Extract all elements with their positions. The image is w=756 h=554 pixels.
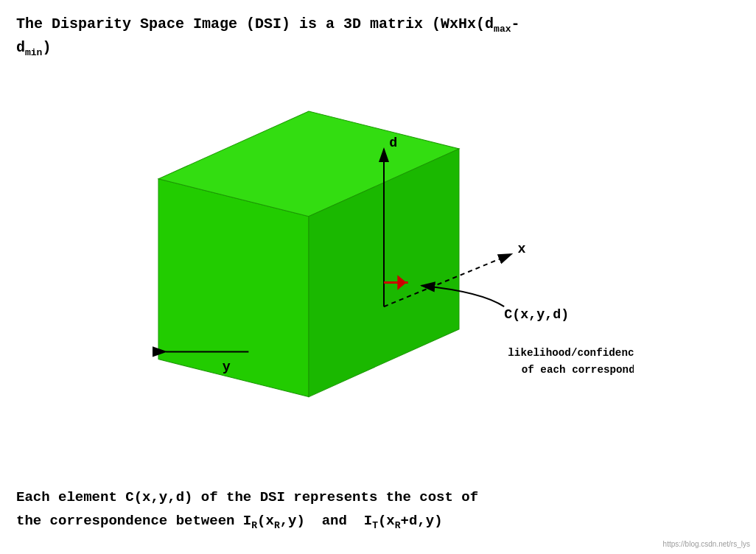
cxyd-text: C(x,y,d) [504,307,569,323]
bottom-text: Each element C(x,y,d) of the DSI represe… [16,486,478,533]
title-line1: The Disparity Space Image (DSI) is a 3D … [16,15,520,32]
likelihood-line1: likelihood/confidence [508,347,634,359]
axis-y-label: y [223,360,231,375]
bottom-line1: Each element C(x,y,d) of the DSI represe… [16,486,478,509]
box-left-face [158,179,309,397]
axis-d-label: d [389,136,397,151]
dsi-diagram: d x y C(x,y,d) likelihood/confidence of … [59,74,634,449]
title-line2: dmin) [16,39,51,56]
bottom-line2: the correspondence between IR(xR,y) and … [16,510,478,533]
watermark: https://blog.csdn.net/rs_lys [663,540,750,548]
title-text: The Disparity Space Image (DSI) is a 3D … [16,13,520,60]
likelihood-line2: of each correspondence [522,364,634,376]
axis-x-label: x [518,242,526,257]
page-container: The Disparity Space Image (DSI) is a 3D … [0,0,756,554]
